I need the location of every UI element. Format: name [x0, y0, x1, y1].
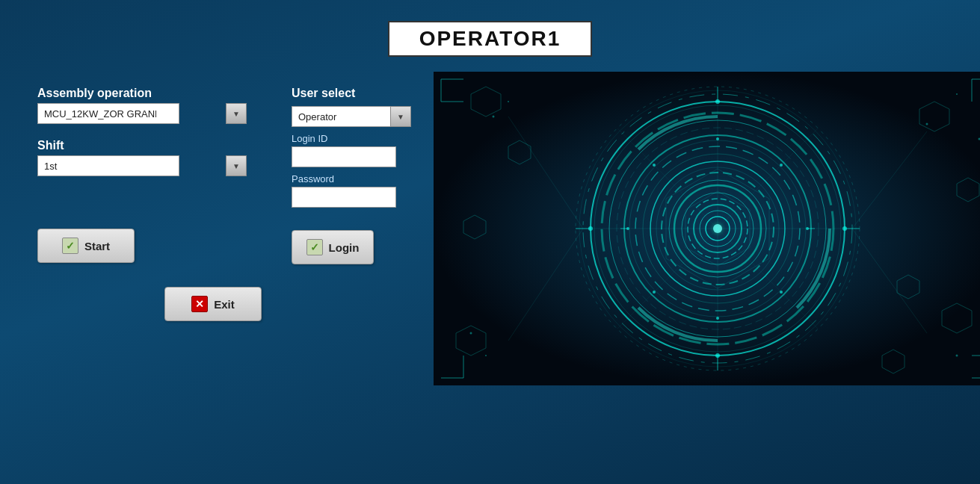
svg-point-57 — [780, 164, 783, 167]
exit-button[interactable]: ✕ Exit — [164, 287, 262, 321]
svg-point-53 — [716, 317, 719, 320]
shift-dropdown-arrow: ▼ — [226, 155, 247, 176]
login-button[interactable]: ✓ Login — [292, 230, 374, 264]
tech-svg — [434, 72, 980, 385]
assembly-dropdown-wrapper: MCU_12KW_ZOR GRAND MCU_6KW_ZOR MCU_24KW_… — [37, 103, 247, 124]
svg-point-51 — [806, 227, 809, 230]
assembly-dropdown[interactable]: MCU_12KW_ZOR GRAND MCU_6KW_ZOR MCU_24KW_… — [37, 103, 179, 124]
svg-point-50 — [715, 99, 720, 104]
svg-point-62 — [956, 93, 958, 95]
shift-dropdown[interactable]: 1st 2nd 3rd — [37, 155, 179, 176]
login-id-input[interactable] — [292, 146, 396, 167]
assembly-group: Assembly operation MCU_12KW_ZOR GRAND MC… — [37, 87, 247, 124]
exit-x-icon: ✕ — [191, 296, 208, 312]
shift-dropdown-wrapper: 1st 2nd 3rd ▼ — [37, 155, 247, 176]
start-check-icon: ✓ — [62, 238, 78, 254]
title-area: OPERATOR1 — [388, 21, 593, 57]
svg-point-52 — [626, 227, 629, 230]
shift-group: Shift 1st 2nd 3rd ▼ — [37, 139, 247, 176]
svg-point-59 — [493, 116, 495, 118]
tech-canvas — [434, 72, 980, 385]
password-input[interactable] — [292, 187, 396, 208]
exit-button-label: Exit — [214, 298, 235, 311]
start-button[interactable]: ✓ Start — [37, 229, 135, 263]
login-id-label: Login ID — [292, 133, 411, 144]
top-row: Assembly operation MCU_12KW_ZOR GRAND MC… — [37, 72, 389, 264]
user-dropdown[interactable]: Operator Admin Supervisor — [292, 106, 411, 127]
svg-point-56 — [653, 164, 656, 167]
assembly-dropdown-arrow: ▼ — [226, 103, 247, 124]
page-title: OPERATOR1 — [388, 21, 593, 57]
svg-point-64 — [470, 332, 472, 335]
svg-point-58 — [653, 291, 656, 294]
password-label: Password — [292, 173, 411, 184]
main-content: Assembly operation MCU_12KW_ZOR GRAND MC… — [0, 72, 980, 385]
svg-point-61 — [926, 123, 928, 125]
login-check-icon: ✓ — [306, 239, 323, 255]
left-panel: Assembly operation MCU_12KW_ZOR GRAND MC… — [37, 87, 247, 263]
user-select-label: User select — [292, 87, 411, 100]
left-section: Assembly operation MCU_12KW_ZOR GRAND MC… — [37, 72, 389, 321]
login-button-label: Login — [329, 241, 360, 254]
middle-panel: User select Operator Admin Supervisor ▼ … — [292, 87, 411, 264]
start-button-label: Start — [84, 240, 110, 252]
svg-point-55 — [780, 291, 783, 294]
svg-point-65 — [485, 355, 487, 356]
assembly-label: Assembly operation — [37, 87, 247, 100]
shift-label: Shift — [37, 139, 247, 152]
svg-point-47 — [842, 226, 847, 231]
tech-visualization — [434, 72, 980, 385]
svg-point-66 — [956, 355, 958, 357]
svg-point-49 — [715, 353, 720, 358]
svg-point-60 — [508, 101, 509, 102]
svg-point-48 — [588, 226, 593, 231]
exit-area: ✕ Exit — [37, 287, 389, 321]
svg-point-54 — [716, 137, 719, 140]
user-dropdown-wrapper: Operator Admin Supervisor ▼ — [292, 106, 411, 127]
